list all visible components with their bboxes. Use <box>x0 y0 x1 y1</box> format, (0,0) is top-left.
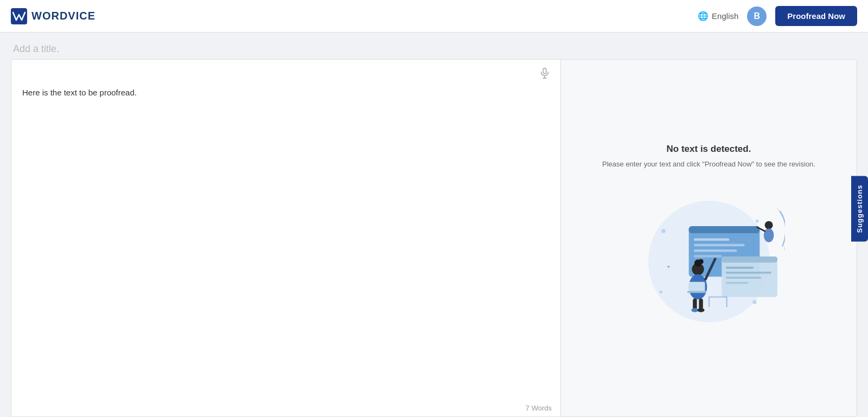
svg-point-37 <box>764 221 773 229</box>
logo-text: WORDVICE <box>31 10 95 22</box>
editor-layout: Here is the text to be proofread. 7 Word… <box>11 59 857 417</box>
no-text-title: No text is detected. <box>667 144 751 155</box>
svg-rect-12 <box>688 226 760 233</box>
mic-button[interactable] <box>537 65 553 84</box>
illustration <box>633 181 785 332</box>
svg-rect-20 <box>725 272 771 274</box>
svg-point-34 <box>691 308 698 312</box>
svg-rect-32 <box>693 298 697 310</box>
svg-point-5 <box>661 229 665 233</box>
svg-rect-14 <box>694 243 744 246</box>
svg-point-9 <box>667 266 669 268</box>
svg-point-38 <box>763 228 774 242</box>
editor-panel: Here is the text to be proofread. 7 Word… <box>11 59 561 417</box>
svg-rect-31 <box>687 291 706 293</box>
wordvice-logo-icon <box>11 8 27 24</box>
svg-rect-16 <box>694 255 722 258</box>
svg-rect-1 <box>543 68 546 74</box>
svg-rect-0 <box>11 8 27 24</box>
globe-icon: 🌐 <box>698 11 709 21</box>
svg-point-6 <box>755 220 758 223</box>
svg-rect-22 <box>725 281 748 284</box>
editor-toolbar <box>11 60 560 86</box>
svg-point-28 <box>698 259 703 264</box>
main-container: Here is the text to be proofread. 7 Word… <box>0 33 868 417</box>
avatar-button[interactable]: B <box>747 7 767 26</box>
svg-rect-18 <box>722 256 777 262</box>
svg-rect-33 <box>699 298 703 310</box>
svg-rect-21 <box>725 277 761 279</box>
svg-point-35 <box>697 308 704 312</box>
svg-rect-13 <box>694 238 729 241</box>
svg-rect-19 <box>725 266 753 268</box>
logo[interactable]: WORDVICE <box>11 8 95 24</box>
right-panel: No text is detected. Please enter your t… <box>561 59 857 417</box>
mic-icon <box>539 67 551 79</box>
header-right: 🌐 English B Proofread Now <box>698 6 857 26</box>
header: WORDVICE 🌐 English B Proofread Now <box>0 0 868 33</box>
no-text-subtitle: Please enter your text and click "Proofr… <box>602 159 815 170</box>
title-input[interactable] <box>11 39 857 59</box>
svg-rect-30 <box>688 281 705 292</box>
svg-point-8 <box>752 300 756 304</box>
language-selector[interactable]: 🌐 English <box>698 11 738 21</box>
editor-textarea[interactable]: Here is the text to be proofread. <box>11 86 560 401</box>
lang-label: English <box>712 11 738 21</box>
svg-rect-15 <box>694 249 737 252</box>
svg-point-7 <box>659 290 662 293</box>
word-count: 7 Words <box>11 401 560 416</box>
proofread-now-header-button[interactable]: Proofread Now <box>775 6 857 26</box>
suggestions-tab-wrapper: Suggestions <box>851 176 868 241</box>
suggestions-tab[interactable]: Suggestions <box>851 176 868 241</box>
